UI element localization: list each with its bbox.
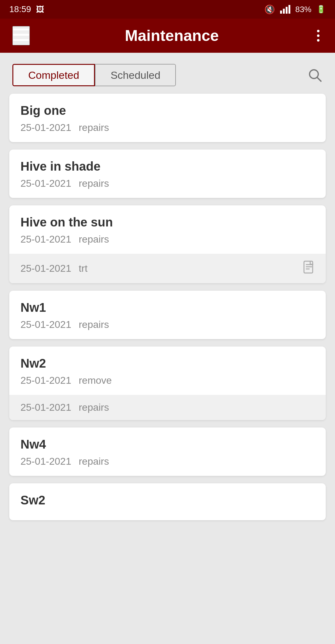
card-nw1-main: Nw1 25-01-2021 repairs [9,291,326,339]
card-nw4-meta: 25-01-2021 repairs [20,456,315,467]
card-big-one-title: Big one [20,104,315,118]
card-hive-shade-title: Hive in shade [20,159,315,173]
card-nw2-main: Nw2 25-01-2021 remove [9,347,326,395]
mute-icon: 🔇 [264,4,275,15]
card-nw2-sub-meta: 25-01-2021 repairs [20,402,315,413]
card-big-one-date: 25-01-2021 [20,122,71,133]
card-nw4-type: repairs [79,456,109,467]
status-bar-left: 18:59 🖼 [9,4,44,14]
card-hive-sun-title: Hive on the sun [20,215,315,229]
card-big-one-meta: 25-01-2021 repairs [20,122,315,133]
card-big-one[interactable]: Big one 25-01-2021 repairs [9,94,326,142]
svg-point-3 [310,70,318,78]
card-hive-sun-sub: 25-01-2021 trt [9,254,326,283]
svg-rect-2 [13,39,29,41]
card-hive-shade-meta: 25-01-2021 repairs [20,178,315,189]
card-sw2-title: Sw2 [20,493,315,507]
card-hive-shade[interactable]: Hive in shade 25-01-2021 repairs [9,150,326,198]
card-nw4-title: Nw4 [20,437,315,451]
card-nw2-type: remove [79,375,112,386]
card-hive-sun-main: Hive on the sun 25-01-2021 repairs [9,205,326,254]
tab-completed[interactable]: Completed [12,64,95,86]
svg-rect-0 [13,29,29,30]
card-nw2-date: 25-01-2021 [20,375,71,386]
card-nw2-title: Nw2 [20,356,315,370]
card-nw2[interactable]: Nw2 25-01-2021 remove 25-01-2021 repairs [9,347,326,420]
card-big-one-type: repairs [79,122,109,133]
card-hive-shade-main: Hive in shade 25-01-2021 repairs [9,150,326,198]
card-nw2-sub-type: repairs [79,402,109,413]
hamburger-button[interactable] [12,26,30,45]
battery-icon: 🔋 [316,5,326,14]
card-hive-sun-sub-type: trt [79,263,87,274]
card-sw2-main: Sw2 [9,483,326,520]
card-big-one-main: Big one 25-01-2021 repairs [9,94,326,142]
cards-container: Big one 25-01-2021 repairs Hive in shade… [0,94,335,533]
card-nw1-title: Nw1 [20,301,315,315]
app-bar: Maintenance [0,19,335,53]
card-nw1-type: repairs [79,319,109,330]
status-bar-right: 🔇 83% 🔋 [264,4,326,15]
card-nw4-date: 25-01-2021 [20,456,71,467]
card-sw2[interactable]: Sw2 [9,483,326,520]
page-title: Maintenance [125,27,219,45]
card-nw1[interactable]: Nw1 25-01-2021 repairs [9,291,326,339]
card-hive-shade-type: repairs [79,178,109,189]
card-hive-sun-sub-date: 25-01-2021 [20,263,71,274]
svg-line-4 [317,77,321,82]
tab-scheduled[interactable]: Scheduled [95,64,176,86]
search-button[interactable] [307,67,323,83]
card-nw2-meta: 25-01-2021 remove [20,375,315,386]
card-nw2-sub: 25-01-2021 repairs [9,395,326,420]
card-hive-sun[interactable]: Hive on the sun 25-01-2021 repairs 25-01… [9,205,326,283]
card-hive-sun-type: repairs [79,234,109,245]
document-icon[interactable] [303,261,315,276]
svg-rect-1 [13,34,29,36]
image-icon: 🖼 [36,5,44,14]
status-time: 18:59 [9,4,31,14]
filter-bar: Completed Scheduled [0,53,335,94]
card-hive-sun-date: 25-01-2021 [20,234,71,245]
card-nw2-sub-date: 25-01-2021 [20,402,71,413]
card-hive-sun-meta: 25-01-2021 repairs [20,234,315,245]
card-nw1-date: 25-01-2021 [20,319,71,330]
card-nw4[interactable]: Nw4 25-01-2021 repairs [9,427,326,476]
more-options-button[interactable] [314,27,323,45]
card-hive-sun-sub-meta: 25-01-2021 trt [20,263,296,274]
card-hive-shade-date: 25-01-2021 [20,178,71,189]
status-bar: 18:59 🖼 🔇 83% 🔋 [0,0,335,19]
signal-icon [280,5,290,14]
battery-text: 83% [295,5,311,14]
card-nw4-main: Nw4 25-01-2021 repairs [9,427,326,476]
card-nw1-meta: 25-01-2021 repairs [20,319,315,330]
